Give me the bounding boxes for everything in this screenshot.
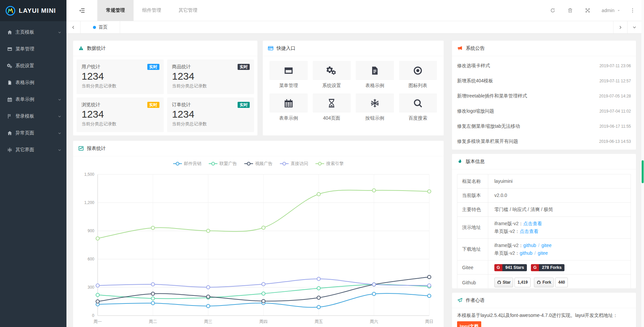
- quick-entry-label: 百度搜索: [399, 115, 437, 121]
- quick-entry-表格示例[interactable]: 表格示例: [356, 61, 394, 92]
- quick-entry-菜单管理[interactable]: 菜单管理: [269, 61, 308, 92]
- clear-cache-button[interactable]: [561, 0, 579, 21]
- sidebar-item[interactable]: 异常页面: [0, 125, 66, 141]
- quick-entry-label: 按钮示例: [356, 115, 394, 121]
- fullscreen-button[interactable]: [579, 0, 596, 21]
- gitee-badge[interactable]: G941 Stars: [494, 264, 527, 271]
- snowflake-icon: [7, 147, 12, 153]
- refresh-button[interactable]: [544, 0, 561, 21]
- notice-date: 2019-07-04 11:02: [599, 109, 631, 114]
- version-link[interactable]: 点击查看: [519, 229, 538, 234]
- chevron-down-icon: [632, 25, 637, 30]
- version-row-label: 演示地址: [457, 217, 488, 239]
- quick-entry-系统设置[interactable]: 系统设置: [313, 61, 351, 92]
- sidebar-item-label: 其它界面: [15, 147, 58, 153]
- quick-entry-按钮示例[interactable]: 按钮示例: [356, 93, 394, 125]
- file-icon: [7, 80, 12, 85]
- notice-date: 2019-07-05 14:28: [599, 94, 631, 98]
- svg-text:600: 600: [88, 257, 94, 261]
- quick-entry-百度搜索[interactable]: 百度搜索: [399, 93, 437, 125]
- notice-text: 修复左侧菜单缩放tab无法移动: [457, 123, 524, 129]
- version-row: 主要特色零门槛 / 响应式 / 清爽 / 极简: [457, 203, 631, 217]
- file-icon: [356, 61, 394, 80]
- version-row: 框架名称layuimini: [457, 174, 631, 189]
- github-count[interactable]: 1,419: [514, 278, 531, 287]
- app-logo[interactable]: LAYUI MINI: [0, 0, 66, 21]
- github-star-button[interactable]: Star: [494, 278, 513, 287]
- tab-home[interactable]: 首页: [81, 21, 120, 33]
- fire-icon: [457, 159, 463, 164]
- sidebar-toggle-button[interactable]: [66, 0, 97, 21]
- sidebar-item[interactable]: 登录模板: [0, 108, 66, 125]
- window-icon: [7, 46, 12, 52]
- tab-scroll-left-button[interactable]: [66, 21, 81, 33]
- version-row-value: Star1,419Fork440: [488, 275, 631, 289]
- quick-entry-表单示例[interactable]: 表单示例: [269, 93, 308, 125]
- legend-marker-icon: [315, 162, 324, 166]
- tab-scroll-right-button[interactable]: [613, 21, 627, 33]
- scrollbar-thumb[interactable]: [642, 160, 644, 183]
- link-prefix: iframe版-v2：: [494, 221, 523, 226]
- github-count[interactable]: 440: [555, 278, 568, 287]
- outdent-icon: [79, 7, 85, 14]
- more-menu-button[interactable]: [626, 0, 639, 21]
- refresh-icon: [550, 8, 555, 13]
- legend-item[interactable]: 搜索引擎: [315, 161, 344, 167]
- gitee-badge-label: 941 Stars: [502, 264, 527, 271]
- version-link[interactable]: gitee: [538, 250, 548, 256]
- sidebar-item[interactable]: 表格示例: [0, 74, 66, 91]
- header-tabs: 常规管理组件管理其它管理: [97, 0, 206, 21]
- header: 常规管理组件管理其它管理 admin: [66, 0, 644, 21]
- header-tab[interactable]: 组件管理: [134, 0, 170, 21]
- legend-item[interactable]: 直接访问: [280, 161, 308, 167]
- status-badge: 实时: [238, 64, 250, 70]
- github-button-label: Fork: [542, 279, 551, 286]
- stat-box: 用户统计1234当前分类总记录数实时: [77, 59, 164, 94]
- quick-entry-404页面[interactable]: 404页面: [313, 93, 351, 125]
- credit-card-icon: [268, 45, 274, 51]
- svg-text:周日: 周日: [425, 319, 434, 324]
- report-card: 报表统计 邮件营销联盟广告视频广告直接访问搜索引擎 03006009001,20…: [73, 141, 444, 327]
- version-link[interactable]: gitee: [541, 243, 551, 248]
- svg-text:1,500: 1,500: [84, 172, 94, 177]
- snowflake-icon: [356, 93, 394, 113]
- header-tab[interactable]: 其它管理: [170, 0, 206, 21]
- legend-label: 搜索引擎: [326, 161, 344, 167]
- quick-entry-图标列表[interactable]: 图标列表: [399, 61, 437, 92]
- tab-operations-button[interactable]: [627, 21, 641, 33]
- quick-entry-card: 快捷入口 菜单管理系统设置表格示例图标列表表单示例404页面按钮示例百度搜索: [263, 41, 444, 135]
- sidebar-item[interactable]: 表单示例: [0, 91, 66, 108]
- header-tab[interactable]: 常规管理: [97, 0, 134, 21]
- legend-label: 邮件营销: [184, 161, 201, 167]
- status-badge: 实时: [147, 64, 159, 70]
- window-icon: [284, 66, 294, 76]
- line-chart-canvas: 03006009001,2001,500周一周二周三周四周五周六周日: [78, 169, 439, 327]
- user-menu[interactable]: admin: [596, 0, 626, 21]
- author-card: 作者心语 本模板基于layui2.5.4以及font-awesome-4.7.0…: [452, 293, 636, 327]
- layui-doc-badge[interactable]: layui文档: [457, 321, 481, 327]
- legend-item[interactable]: 联盟广告: [209, 161, 237, 167]
- calendar-icon: [284, 98, 294, 108]
- notice-item: 新增系统404模板2019-07-11 12:57: [457, 73, 631, 88]
- sidebar-item[interactable]: 主页模板: [0, 24, 66, 41]
- window-icon: [269, 61, 308, 80]
- gitee-badge[interactable]: G278 Forks: [531, 264, 564, 271]
- stats-grid: 用户统计1234当前分类总记录数实时商品统计1234当前分类总记录数实时浏览统计…: [73, 56, 257, 135]
- legend-item[interactable]: 视频广告: [244, 161, 273, 167]
- stats-card: 数据统计 用户统计1234当前分类总记录数实时商品统计1234当前分类总记录数实…: [73, 41, 257, 135]
- legend-item[interactable]: 邮件营销: [173, 161, 201, 167]
- window-icon: [7, 46, 12, 52]
- sidebar-item[interactable]: 菜单管理: [0, 41, 66, 57]
- version-link[interactable]: github: [523, 243, 536, 248]
- sidebar-item[interactable]: 其它界面: [0, 141, 66, 158]
- github-fork-button[interactable]: Fork: [534, 278, 554, 287]
- calendar-icon: [269, 93, 308, 113]
- sidebar-item[interactable]: 系统设置: [0, 57, 66, 74]
- legend-label: 联盟广告: [219, 161, 237, 167]
- version-link[interactable]: 点击查看: [523, 221, 542, 226]
- page-scrollbar[interactable]: [641, 0, 644, 327]
- chart-legend: 邮件营销联盟广告视频广告直接访问搜索引擎: [73, 158, 444, 169]
- tab-home-label: 首页: [99, 24, 108, 30]
- notice-card: 系统公告 修改选项卡样式2019-07-11 23:06新增系统404模板201…: [452, 41, 636, 150]
- version-link[interactable]: github: [519, 250, 532, 256]
